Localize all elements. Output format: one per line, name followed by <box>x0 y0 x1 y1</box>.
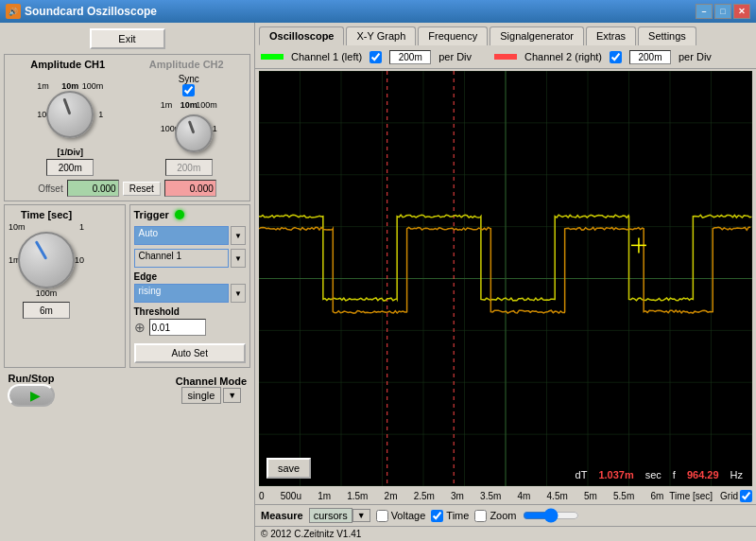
ch1-knob-label-mr: 1 <box>98 110 103 119</box>
time-trigger-row: Time [sec] 10m 1 1m 10 100m <box>4 204 250 368</box>
threshold-input[interactable] <box>149 319 206 336</box>
minimize-button[interactable]: – <box>696 4 713 19</box>
ch1-unit-label: [1/Div] <box>57 148 83 157</box>
time-tick-3: 1.5m <box>347 491 368 501</box>
offset-ch1-input[interactable] <box>67 180 119 197</box>
zoom-slider[interactable] <box>523 508 579 523</box>
time-value-input[interactable] <box>23 302 70 319</box>
time-tick-8: 4m <box>517 491 530 501</box>
bottom-left-row: Run/Stop Channel Mode single ▼ <box>4 371 250 409</box>
trigger-led <box>175 210 184 219</box>
threshold-up-arrow[interactable]: ⊕ <box>134 320 146 335</box>
waveform-canvas <box>259 71 752 486</box>
dt-unit: sec <box>645 469 662 480</box>
tab-xy-graph[interactable]: X-Y Graph <box>346 26 416 45</box>
dt-label: dT <box>576 469 588 480</box>
ch2-checkbox[interactable] <box>610 51 622 63</box>
ch2-knob-label-tr: 100m <box>196 100 217 110</box>
tab-oscilloscope[interactable]: Oscilloscope <box>259 26 344 45</box>
threshold-row: ⊕ <box>134 319 247 336</box>
sync-label: Sync <box>179 74 199 98</box>
tab-frequency[interactable]: Frequency <box>418 26 488 45</box>
zoom-checkbox[interactable] <box>474 510 487 522</box>
time-tick-0: 0 <box>259 491 265 501</box>
ch2-color-indicator <box>494 54 517 60</box>
sync-checkbox[interactable] <box>182 84 195 96</box>
ch1-sync-row <box>46 159 94 176</box>
trigger-mode-arrow[interactable]: ▼ <box>231 226 246 245</box>
offset-row: Offset Reset <box>9 180 246 197</box>
measure-voltage-check[interactable]: Voltage <box>376 510 426 522</box>
ch1-amplitude-knob[interactable] <box>46 91 94 138</box>
trigger-edge-dropdown[interactable]: rising <box>134 284 230 303</box>
ch1-per-div: per Div <box>438 51 472 62</box>
close-button[interactable]: ✕ <box>733 4 750 19</box>
ch1-checkbox[interactable] <box>369 51 382 63</box>
time-knob[interactable] <box>18 232 75 288</box>
time-tick-5: 2.5m <box>414 491 435 501</box>
time-tick-1: 500u <box>281 491 301 501</box>
time-tick-9: 4.5m <box>547 491 568 501</box>
voltage-checkbox[interactable] <box>376 510 388 522</box>
trigger-channel-select: Channel 1 ▼ <box>134 249 247 268</box>
time-section: Time [sec] 10m 1 1m 10 100m <box>4 204 126 368</box>
time-tick-11: 5.5m <box>613 491 634 501</box>
f-unit: Hz <box>730 469 743 480</box>
ch2-knob-label-mr: 1 <box>213 124 217 133</box>
autoset-button[interactable]: Auto Set <box>134 343 247 363</box>
grid-label: Grid <box>720 491 738 501</box>
tab-extras[interactable]: Extras <box>586 26 636 45</box>
time-tick-2: 1m <box>318 491 331 501</box>
measure-cursors-arrow[interactable]: ▼ <box>352 509 370 522</box>
tab-settings[interactable]: Settings <box>638 26 696 45</box>
save-button[interactable]: save <box>266 458 311 479</box>
voltage-label: Voltage <box>391 510 426 521</box>
time-knob-tr: 1 <box>79 222 84 232</box>
ch2-amplitude-knob[interactable] <box>175 114 213 152</box>
ch2-knob-label-tm: 10m <box>180 100 198 110</box>
sync-text: Sync <box>179 74 199 84</box>
oscilloscope-display: dT 1.037m sec f 964.29 Hz save <box>259 71 752 486</box>
offset-ch2-input[interactable] <box>164 180 216 197</box>
grid-checkbox[interactable] <box>740 490 752 502</box>
grid-checkbox-area: Grid <box>720 490 752 502</box>
ch1-knob-label-tl: 1m <box>37 81 49 91</box>
osc-info-bar: dT 1.037m sec f 964.29 Hz <box>576 469 743 480</box>
trigger-channel-arrow[interactable]: ▼ <box>231 249 246 268</box>
measure-time-check[interactable]: Time <box>431 510 469 522</box>
run-stop-section: Run/Stop <box>8 373 55 407</box>
channel-mode-arrow[interactable]: ▼ <box>223 388 241 403</box>
tab-signalgenerator[interactable]: Signalgenerator <box>490 26 584 45</box>
channel-mode-value[interactable]: single <box>181 387 222 404</box>
ch2-knob-labels: 1m 10m 100m 100u 1 <box>161 100 217 157</box>
ch1-knob-label-tr: 100m <box>82 81 104 91</box>
ch2-value-input[interactable] <box>165 159 213 176</box>
app-title: Soundcard Oszilloscope <box>25 5 157 18</box>
ch1-knob-labels: 1m 10m 100m 100u 1 <box>37 81 103 148</box>
offset-label: Offset <box>38 183 63 194</box>
ch1-knob-label-tm: 10m <box>61 81 78 91</box>
tab-bar: Oscilloscope X-Y Graph Frequency Signalg… <box>255 23 756 45</box>
time-axis: 0 500u 1m 1.5m 2m 2.5m 3m 3.5m 4m 4.5m 5… <box>255 488 756 504</box>
maximize-button[interactable]: □ <box>714 4 731 19</box>
ch2-color-label: Channel 2 (right) <box>524 51 602 62</box>
time-checkbox[interactable] <box>431 510 443 522</box>
reset-button[interactable]: Reset <box>123 182 161 196</box>
ch1-color-label: Channel 1 (left) <box>291 51 362 62</box>
ch1-div-value[interactable] <box>389 50 431 64</box>
time-knob-mr: 10 <box>75 255 84 265</box>
trigger-edge-arrow[interactable]: ▼ <box>231 284 246 303</box>
measure-zoom-check[interactable]: Zoom <box>474 510 516 522</box>
f-value: 964.29 <box>687 469 719 480</box>
ch2-div-value[interactable] <box>629 50 671 64</box>
amplitude-header: Amplitude CH1 Amplitude CH2 <box>9 59 246 70</box>
measure-cursors-value[interactable]: cursors <box>309 508 352 523</box>
exit-button[interactable]: Exit <box>90 28 165 49</box>
trigger-mode-dropdown[interactable]: Auto <box>134 226 230 245</box>
measure-bar: Measure cursors ▼ Voltage Time Zoom <box>255 504 756 526</box>
trigger-channel-dropdown[interactable]: Channel 1 <box>134 249 230 268</box>
ch1-knob-container: 1m 10m 100m 100u 1 [1/Div] <box>37 81 103 176</box>
run-stop-button[interactable] <box>8 384 55 407</box>
time-label: Time [sec] <box>21 209 72 220</box>
ch1-value-input[interactable] <box>46 159 94 176</box>
